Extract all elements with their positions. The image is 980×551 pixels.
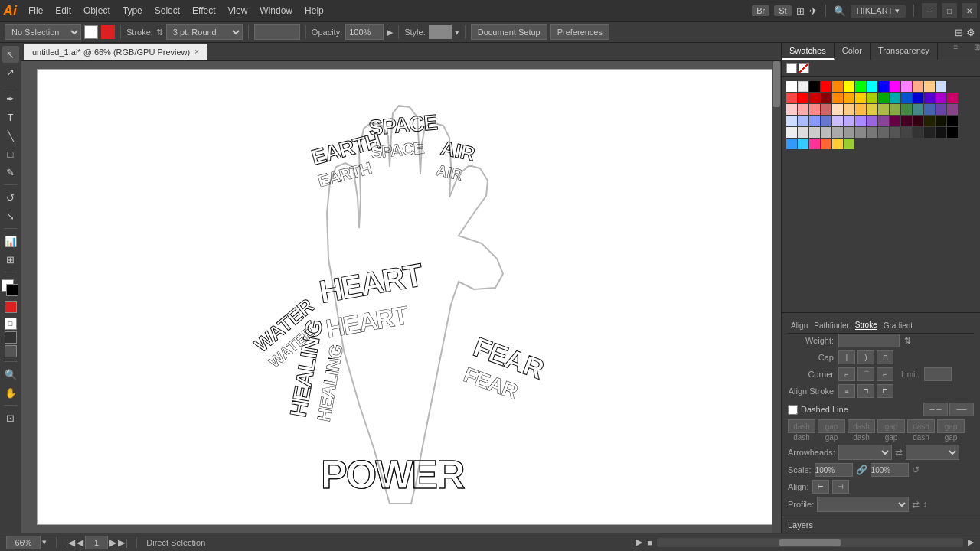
swatch-r4[interactable] xyxy=(821,93,831,103)
nav-right-btn[interactable]: ▶ xyxy=(968,537,974,547)
swatch-t6[interactable] xyxy=(844,116,854,126)
hand-tool[interactable]: ✋ xyxy=(2,384,19,401)
swatch-peach[interactable] xyxy=(913,81,923,92)
last-page-btn[interactable]: ▶| xyxy=(118,537,127,548)
normal-mode-btn[interactable]: □ xyxy=(5,318,17,330)
swatch-r15[interactable] xyxy=(947,93,958,103)
zoom-input[interactable] xyxy=(6,536,41,549)
swatch-black[interactable] xyxy=(809,81,820,92)
menu-window[interactable]: Window xyxy=(254,4,298,18)
arrange-btn[interactable]: ✈ xyxy=(809,5,818,17)
swatch-red[interactable] xyxy=(821,81,831,92)
swatch-a4[interactable] xyxy=(821,139,831,149)
swatch-light-orange[interactable] xyxy=(924,81,935,92)
first-page-btn[interactable]: |◀ xyxy=(66,537,75,548)
swatch-t5[interactable] xyxy=(832,116,843,126)
mesh-tool[interactable]: ⊞ xyxy=(2,251,19,268)
dash-pattern-1[interactable]: ─ ─ xyxy=(923,403,948,416)
tab-close-btn[interactable]: × xyxy=(194,47,199,56)
dash-2-input[interactable] xyxy=(848,419,875,433)
swatch-s12[interactable] xyxy=(913,104,923,115)
center-align-btn[interactable]: ≡ xyxy=(838,384,855,398)
maximize-btn[interactable]: □ xyxy=(942,3,957,18)
stop-btn[interactable]: ■ xyxy=(647,538,652,547)
page-input[interactable] xyxy=(85,536,108,549)
prev-page-btn[interactable]: ◀ xyxy=(77,537,83,548)
search-magnifier[interactable]: 🔍 xyxy=(834,5,846,17)
swatch-g7[interactable] xyxy=(855,127,866,138)
swatches-tab[interactable]: Swatches xyxy=(782,43,835,60)
canvas-scroll[interactable]: text { font-family: Arial Black, Arial, … xyxy=(21,61,781,533)
swatch-s6[interactable] xyxy=(844,104,854,115)
zoom-tool[interactable]: 🔍 xyxy=(2,366,19,383)
swatch-t2[interactable] xyxy=(798,116,808,126)
swatch-t7[interactable] xyxy=(855,116,866,126)
workspace-btn[interactable]: ⊞ xyxy=(796,5,805,17)
toolbar-settings-btn[interactable]: ⚙ xyxy=(966,27,975,38)
swatch-blue[interactable] xyxy=(878,81,889,92)
draw-inside-btn[interactable] xyxy=(5,345,17,357)
arrowhead-start-select[interactable] xyxy=(838,445,892,460)
outside-align-btn[interactable]: ⊏ xyxy=(877,384,893,398)
swatch-orange[interactable] xyxy=(832,81,843,92)
direct-selection-tool[interactable]: ↗ xyxy=(2,64,19,80)
scrollbar-thumb[interactable] xyxy=(773,61,780,107)
none-swatch-btn[interactable] xyxy=(799,63,809,73)
butt-cap-btn[interactable]: | xyxy=(838,350,855,364)
stroke-swatch[interactable] xyxy=(6,284,18,296)
swatch-s2[interactable] xyxy=(798,104,808,115)
swatch-light-blue[interactable] xyxy=(936,81,946,92)
swatch-g5[interactable] xyxy=(832,127,843,138)
swatch-r10[interactable] xyxy=(890,93,900,103)
dash-3-input[interactable] xyxy=(907,419,935,433)
swatch-g14[interactable] xyxy=(936,127,946,138)
profile-flip-v-btn[interactable]: ↕ xyxy=(923,499,927,510)
swatch-light-gray[interactable] xyxy=(798,81,808,92)
swatch-t4[interactable] xyxy=(821,116,831,126)
round-join-btn[interactable]: ⌒ xyxy=(858,367,874,381)
style-preview[interactable] xyxy=(429,25,452,39)
swatch-t12[interactable] xyxy=(913,116,923,126)
scale-start-input[interactable] xyxy=(815,463,853,477)
align-icon-2[interactable]: ⊣ xyxy=(832,480,849,494)
menu-view[interactable]: View xyxy=(223,4,253,18)
gap-2-input[interactable] xyxy=(877,419,905,433)
vertical-scrollbar[interactable] xyxy=(772,61,781,533)
profile-flip-btn[interactable]: ⇄ xyxy=(912,499,920,510)
swatch-r12[interactable] xyxy=(913,93,923,103)
swatch-s8[interactable] xyxy=(867,104,877,115)
paint-tool[interactable]: ✎ xyxy=(2,164,19,181)
weight-arrows[interactable]: ⇅ xyxy=(904,336,911,346)
draw-behind-btn[interactable] xyxy=(5,331,17,344)
dash-pattern-2[interactable]: ── xyxy=(949,403,974,416)
swatch-t9[interactable] xyxy=(878,116,889,126)
h-scrollbar[interactable] xyxy=(657,538,963,547)
swatch-a1[interactable] xyxy=(786,139,797,149)
selection-tool[interactable]: ↖ xyxy=(2,46,19,63)
swatch-t15[interactable] xyxy=(947,116,958,126)
opacity-input[interactable] xyxy=(345,24,384,40)
swatch-s5[interactable] xyxy=(832,104,843,115)
inside-align-btn[interactable]: ⊐ xyxy=(858,384,874,398)
menu-edit[interactable]: Edit xyxy=(50,4,77,18)
swatch-white[interactable] xyxy=(786,81,797,92)
next-page-btn[interactable]: ▶ xyxy=(109,537,116,548)
swatch-a5[interactable] xyxy=(832,139,843,149)
arrange-view-btn[interactable]: ⊞ xyxy=(955,27,963,38)
minimize-btn[interactable]: ─ xyxy=(922,3,937,18)
white-swatch-btn[interactable] xyxy=(786,63,797,73)
swatch-g3[interactable] xyxy=(809,127,820,138)
arrow-swap-btn[interactable]: ⇄ xyxy=(895,447,903,458)
panel-collapse-btn[interactable]: ≡ xyxy=(954,43,959,60)
swatch-r8[interactable] xyxy=(867,93,877,103)
h-scrollbar-thumb[interactable] xyxy=(779,539,841,546)
pen-tool[interactable]: ✒ xyxy=(2,90,19,107)
swatch-green[interactable] xyxy=(855,81,866,92)
panel-grid-btn[interactable]: ⊞ xyxy=(974,43,980,60)
swatch-g10[interactable] xyxy=(890,127,900,138)
swatch-g4[interactable] xyxy=(821,127,831,138)
stroke-red-swatch[interactable] xyxy=(5,301,17,313)
gradient-tab-label[interactable]: Gradient xyxy=(884,321,913,330)
menu-object[interactable]: Object xyxy=(78,4,116,18)
swatch-r3[interactable] xyxy=(809,93,820,103)
